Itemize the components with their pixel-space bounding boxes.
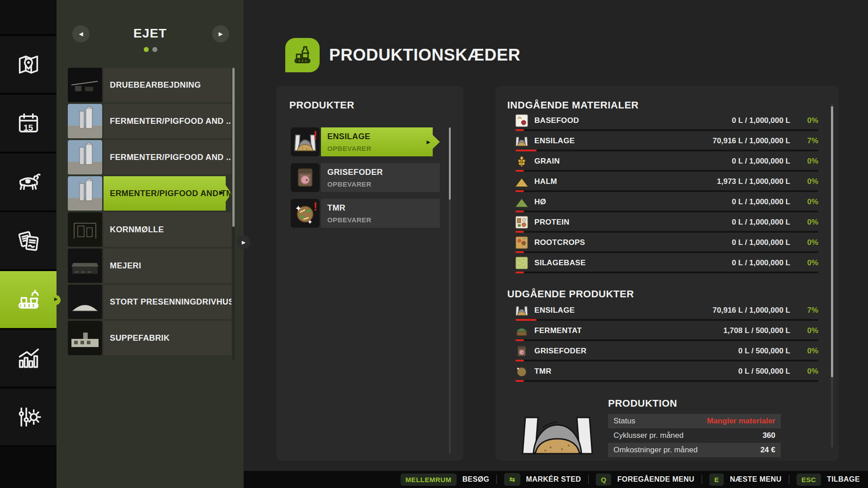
contracts-icon: [15, 228, 42, 254]
production-thumbnail: [68, 140, 102, 174]
esc-key[interactable]: ESC: [797, 474, 821, 486]
e-key[interactable]: E: [709, 474, 724, 486]
material-row: BASEFOOD 0 L / 1,000,000 L 0%: [515, 114, 818, 134]
owned-item[interactable]: MEJERI: [68, 249, 231, 283]
protein-icon: [515, 216, 528, 229]
production-thumbnail: [68, 321, 102, 355]
space-key[interactable]: MELLEMRUM: [401, 474, 457, 486]
production-chains-icon: [15, 286, 42, 313]
page-title: PRODUKTIONSKÆDER: [329, 46, 520, 65]
next-menu-label: NÆSTE MENU: [730, 475, 781, 483]
production-thumbnail: [68, 104, 102, 138]
production-info-table: Status Mangler materialer Cyklusser pr. …: [608, 414, 781, 457]
material-row: SILAGEBASE 0 L / 1,000,000 L 0%: [515, 256, 818, 277]
production-thumbnail: [68, 212, 102, 247]
silagebase-icon: [515, 257, 528, 269]
fill-bar: [515, 360, 818, 361]
table-row: Omkostninger pr. måned 24 €: [608, 443, 781, 457]
grain-icon: [515, 155, 528, 168]
fermentat-icon: [515, 324, 528, 337]
fill-bar: [515, 170, 818, 172]
ensilage-bunker-icon: [519, 408, 596, 456]
material-row: HALM 1,973 L / 1,000,000 L 0%: [515, 175, 818, 195]
product-output-row: TMR 0 L / 500,000 L 0%: [515, 365, 818, 385]
separator: [496, 475, 497, 484]
production-thumbnail: [68, 176, 102, 211]
ensilage-icon: [515, 304, 528, 317]
sidebar-item-blank: [0, 0, 57, 35]
incoming-materials-title: INDGÅENDE MATERIALER: [507, 99, 639, 111]
product-output-row: FERMENTAT 1,708 L / 500,000 L 0%: [515, 324, 818, 344]
product-output-row: ENSILAGE 70,916 L / 1,000,000 L 7%: [515, 304, 818, 324]
visit-label: BESØG: [462, 475, 490, 483]
owned-item[interactable]: DRUEBEARBEJDNING: [68, 68, 231, 102]
tag-place-label: MARKÉR STED: [526, 475, 581, 483]
pigfood-bag-icon: [515, 345, 528, 357]
back-label: TILBAGE: [827, 475, 860, 483]
separator: [588, 475, 589, 484]
tab-key-icon[interactable]: ⇆: [504, 473, 520, 486]
separator: [789, 475, 789, 484]
fill-bar: [515, 339, 818, 341]
separator: [702, 475, 702, 484]
page-dot-active[interactable]: [144, 47, 149, 52]
owned-productions-panel: ◀ ▶ EJET DRUEBEARBEJDNING FERMENTER/PIGF…: [57, 0, 244, 488]
material-row: GRAIN 0 L / 1,000,000 L 0%: [515, 155, 818, 175]
sidebar-item-animals[interactable]: [0, 154, 57, 211]
main-sidebar: 15: [0, 0, 57, 488]
table-row: Cyklusser pr. måned 360: [608, 428, 781, 443]
straw-icon: [515, 175, 528, 188]
fill-bar: [515, 272, 818, 273]
product-status: OPBEVARER: [327, 180, 434, 188]
products-scrollbar-thumb[interactable]: [449, 127, 451, 200]
q-key[interactable]: Q: [596, 474, 611, 486]
owned-item[interactable]: SUPPEFABRIK: [68, 321, 231, 355]
product-item[interactable]: GRISEFODER OPBEVARER: [291, 163, 440, 196]
product-name: GRISEFODER: [327, 168, 434, 177]
products-title: PRODUKTER: [289, 99, 354, 111]
map-icon: [15, 52, 42, 78]
sidebar-item-calendar[interactable]: 15: [0, 95, 57, 153]
sidebar-item-contracts[interactable]: [0, 212, 57, 270]
details-scrollbar-thumb[interactable]: [831, 106, 833, 377]
product-status: OPBEVARER: [327, 216, 434, 224]
hay-icon: [515, 196, 528, 208]
owned-item[interactable]: STORT PRESENNINGDRIVHUS: [68, 285, 231, 319]
alert-icon: !: [313, 200, 317, 214]
production-thumbnail: [68, 285, 102, 319]
sidebar-item-map[interactable]: [0, 36, 57, 94]
table-row: Status Mangler materialer: [608, 414, 781, 428]
fill-bar: [515, 211, 818, 212]
fill-bar: [515, 319, 818, 321]
fill-bar: [515, 231, 818, 233]
owned-list-scrollbar-thumb[interactable]: [232, 68, 235, 227]
page-dot-inactive[interactable]: [152, 47, 157, 52]
previous-menu-label: FOREGÅENDE MENU: [617, 475, 694, 483]
owned-item[interactable]: FERMENTER/PIGFOOD AND ...: [68, 104, 231, 138]
cow-icon: [15, 169, 42, 195]
product-name: TMR: [327, 203, 434, 213]
settings-icon: [15, 404, 42, 430]
calendar-day: 15: [0, 123, 57, 133]
sidebar-item-production-chains[interactable]: [0, 271, 57, 329]
fill-bar: [515, 129, 818, 131]
sidebar-item-settings[interactable]: [0, 389, 57, 446]
collapse-panel-arrow[interactable]: ▶: [237, 235, 250, 249]
material-row: ENSILAGE 70,916 L / 1,000,000 L 7%: [515, 134, 818, 155]
product-status: OPBEVARER: [327, 145, 434, 152]
fill-bar: [515, 150, 818, 151]
keybind-bar: MELLEMRUM BESØG ⇆ MARKÉR STED Q FOREGÅEN…: [244, 471, 868, 488]
product-item[interactable]: ! TMR OPBEVARER: [291, 199, 440, 231]
owned-item-selected[interactable]: ERMENTER/PIGFOOD AND TMF: [68, 176, 231, 211]
product-item-selected[interactable]: ! ENSILAGE OPBEVARER: [291, 127, 440, 160]
production-title: PRODUKTION: [608, 398, 677, 409]
material-row: PROTEIN 0 L / 1,000,000 L 0%: [515, 216, 818, 236]
material-row: HØ 0 L / 1,000,000 L 0%: [515, 195, 818, 216]
owned-item[interactable]: KORNMØLLE: [68, 212, 231, 247]
sidebar-item-statistics[interactable]: [0, 330, 57, 388]
rootcrops-icon: [515, 236, 528, 249]
outgoing-products-title: UDGÅENDE PRODUKTER: [507, 288, 634, 300]
tmr-icon: !: [291, 199, 320, 228]
ensilage-icon: [515, 135, 528, 147]
owned-item[interactable]: FERMENTER/PIGFOOD AND ...: [68, 140, 231, 174]
